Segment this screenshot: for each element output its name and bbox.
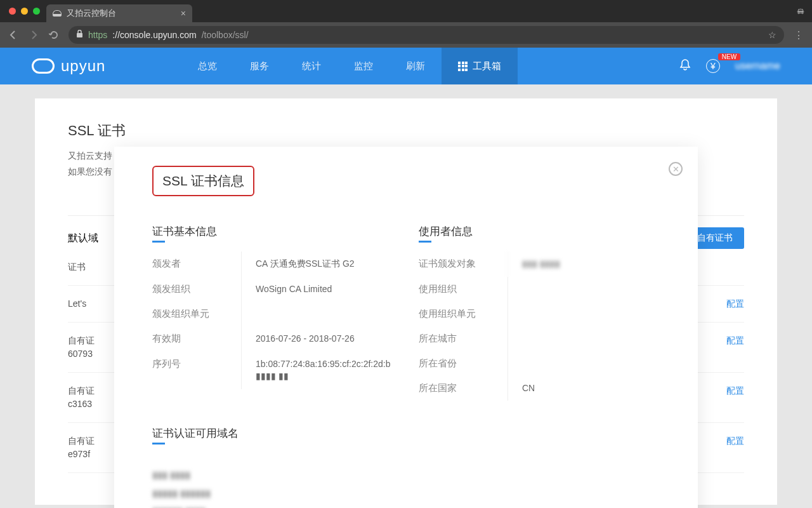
reload-icon[interactable] <box>48 29 60 41</box>
province-value <box>508 351 660 376</box>
tab-title: 又拍云控制台 <box>67 8 116 19</box>
back-icon[interactable] <box>8 29 19 41</box>
minimize-window-icon[interactable] <box>21 8 28 15</box>
use-org-value <box>508 277 660 302</box>
traffic-lights <box>5 8 46 15</box>
tab-bar: 又拍云控制台 × <box>0 0 812 22</box>
url-field[interactable]: https://console.upyun.com/toolbox/ssl/ ☆ <box>69 26 784 44</box>
domains-heading: 证书认证可用域名 <box>152 426 239 441</box>
city-label: 所在城市 <box>419 326 508 351</box>
subject-label: 证书颁发对象 <box>419 251 508 277</box>
use-unit-value <box>508 302 660 326</box>
domains-section: 证书认证可用域名 ▮▮▮ ▮▮▮▮▮▮▮▮▮ ▮▮▮▮▮▮▮▮▮▮▮▮ ▮▮▮▮… <box>152 426 660 508</box>
use-org-label: 使用组织 <box>419 277 508 302</box>
modal-close-button[interactable]: ✕ <box>669 162 683 176</box>
province-label: 所在省份 <box>419 351 508 376</box>
address-bar: https://console.upyun.com/toolbox/ssl/ ☆… <box>0 22 812 48</box>
validity-value: 2016-07-26 - 2018-07-26 <box>241 326 393 352</box>
app-root: upyun 总览 服务 统计 监控 刷新 工具箱 ¥NEW username S… <box>0 48 812 508</box>
domain-item: ▮▮▮▮▮▮ ▮▮▮▮ <box>152 502 660 508</box>
domain-item: ▮▮▮▮▮ ▮▮▮▮▮▮ <box>152 485 660 503</box>
url-host: ://console.upyun.com <box>112 30 196 40</box>
city-value <box>508 326 660 351</box>
maximize-window-icon[interactable] <box>33 8 40 15</box>
modal-body: 证书基本信息 颁发者 CA 沃通免费SSL证书 G2 颁发组织 WoSign C… <box>152 224 660 401</box>
issue-org-value: WoSign CA Limited <box>241 277 393 302</box>
modal-mask: ✕ SSL 证书信息 证书基本信息 颁发者 CA 沃通免费SSL证书 G2 颁发… <box>0 48 812 508</box>
domain-item: ▮▮▮ ▮▮▮▮ <box>152 466 660 485</box>
domain-list: ▮▮▮ ▮▮▮▮▮▮▮▮▮ ▮▮▮▮▮▮▮▮▮▮▮▮ ▮▮▮▮▮▮▮ ▮▮▮▮▮ <box>152 466 660 508</box>
use-unit-label: 使用组织单元 <box>419 302 508 326</box>
tab-close-icon[interactable]: × <box>181 8 186 18</box>
lock-icon <box>76 30 83 40</box>
user-info-panel: 使用者信息 证书颁发对象 ▮▮▮ ▮▮▮▮ 使用组织 使用组织单元 所在城市 所… <box>419 224 660 401</box>
serial-value: 1b:08:77:24:8a:16:95:cf:2c:2f:2d:b ▮▮▮▮ … <box>241 352 393 389</box>
issue-unit-label: 颁发组织单元 <box>152 302 241 326</box>
country-value: CN <box>508 376 660 401</box>
issue-unit-value <box>241 302 393 326</box>
url-path: /toolbox/ssl/ <box>202 30 249 40</box>
user-heading: 使用者信息 <box>419 224 473 239</box>
validity-label: 有效期 <box>152 326 241 352</box>
favicon-cloud-icon <box>53 10 62 17</box>
browser-tab[interactable]: 又拍云控制台 × <box>46 4 192 22</box>
issue-org-label: 颁发组织 <box>152 277 241 302</box>
basic-heading: 证书基本信息 <box>152 224 217 239</box>
bookmark-icon[interactable]: ☆ <box>768 30 776 40</box>
close-window-icon[interactable] <box>9 8 16 15</box>
subject-value: ▮▮▮ ▮▮▮▮ <box>508 251 660 277</box>
issuer-value: CA 沃通免费SSL证书 G2 <box>241 251 393 277</box>
modal-title-highlight: SSL 证书信息 <box>152 166 254 196</box>
basic-info-panel: 证书基本信息 颁发者 CA 沃通免费SSL证书 G2 颁发组织 WoSign C… <box>152 224 393 401</box>
menu-icon[interactable]: ⋮ <box>793 29 804 41</box>
forward-icon[interactable] <box>28 29 39 41</box>
ssl-cert-modal: ✕ SSL 证书信息 证书基本信息 颁发者 CA 沃通免费SSL证书 G2 颁发… <box>114 147 698 508</box>
svg-rect-0 <box>77 33 82 37</box>
incognito-icon <box>797 4 812 19</box>
modal-title: SSL 证书信息 <box>162 172 244 190</box>
url-protocol: https <box>88 30 107 40</box>
serial-label: 序列号 <box>152 352 241 389</box>
issuer-label: 颁发者 <box>152 251 241 277</box>
country-label: 所在国家 <box>419 376 508 401</box>
browser-chrome: 又拍云控制台 × https://console.upyun.com/toolb… <box>0 0 812 48</box>
